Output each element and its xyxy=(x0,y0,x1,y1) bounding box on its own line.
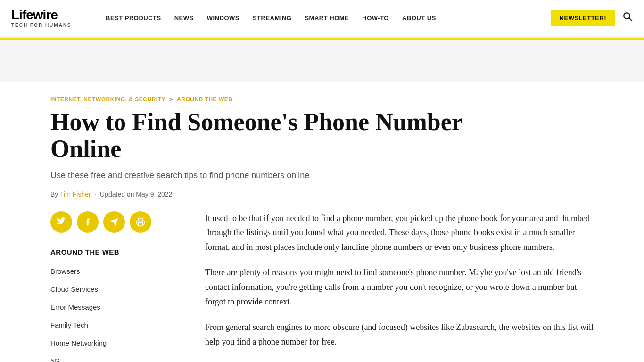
article-title: How to Find Someone's Phone Number Onlin… xyxy=(50,108,498,162)
site-tagline: TECH FOR HUMANS xyxy=(11,23,87,28)
author-link[interactable]: Tim Fisher xyxy=(60,190,91,198)
article-paragraph-3: From general search engines to more obsc… xyxy=(205,320,594,349)
print-button[interactable] xyxy=(130,211,151,233)
list-item: Cloud Services xyxy=(50,280,182,298)
site-header: Lifewire TECH FOR HUMANS BEST PRODUCTS N… xyxy=(0,0,644,38)
updated-date: Updated on May 9, 2022 xyxy=(100,190,172,198)
nav-best-products[interactable]: BEST PRODUCTS xyxy=(106,15,161,22)
breadcrumb-current[interactable]: AROUND THE WEB xyxy=(177,96,232,103)
list-item: Error Messages xyxy=(50,298,182,316)
social-share-bar xyxy=(50,211,182,233)
sidebar-section: AROUND THE WEB Browsers Cloud Services E… xyxy=(50,248,182,362)
article-meta: By Tim Fisher · Updated on May 9, 2022 xyxy=(50,190,594,198)
nav-news[interactable]: NEWS xyxy=(174,15,194,22)
newsletter-button[interactable]: NEWSLETTER! xyxy=(551,10,615,26)
sidebar-links-list: Browsers Cloud Services Error Messages F… xyxy=(50,263,182,362)
breadcrumb-parent[interactable]: INTERNET, NETWORKING, & SECURITY xyxy=(50,96,165,103)
sidebar-link-home-networking[interactable]: Home Networking xyxy=(50,334,182,352)
site-logo[interactable]: Lifewire xyxy=(11,8,87,22)
telegram-share-button[interactable] xyxy=(103,211,125,233)
ad-banner xyxy=(0,40,644,82)
left-column: AROUND THE WEB Browsers Cloud Services E… xyxy=(50,211,182,362)
search-icon[interactable] xyxy=(622,11,633,25)
sidebar-title: AROUND THE WEB xyxy=(50,248,182,256)
sidebar-link-error-messages[interactable]: Error Messages xyxy=(50,298,182,316)
list-item: 5G xyxy=(50,352,182,362)
logo-area[interactable]: Lifewire TECH FOR HUMANS xyxy=(11,8,87,28)
list-item: Home Networking xyxy=(50,334,182,352)
svg-rect-2 xyxy=(138,222,143,226)
sidebar-link-browsers[interactable]: Browsers xyxy=(50,263,182,280)
twitter-share-button[interactable] xyxy=(50,211,72,233)
main-nav: BEST PRODUCTS NEWS WINDOWS STREAMING SMA… xyxy=(106,15,545,22)
article-layout: AROUND THE WEB Browsers Cloud Services E… xyxy=(50,211,594,362)
nav-how-to[interactable]: HOW-TO xyxy=(362,15,389,22)
sidebar-link-family-tech[interactable]: Family Tech xyxy=(50,316,182,334)
list-item: Browsers xyxy=(50,263,182,280)
facebook-share-button[interactable] xyxy=(77,211,99,233)
article-subtitle: Use these free and creative search tips … xyxy=(50,170,404,181)
svg-line-1 xyxy=(629,18,632,21)
article-paragraph-1: It used to be that if you needed to find… xyxy=(205,211,594,255)
sidebar-link-cloud-services[interactable]: Cloud Services xyxy=(50,280,182,298)
breadcrumb-separator: > xyxy=(169,96,173,103)
breadcrumb: INTERNET, NETWORKING, & SECURITY > AROUN… xyxy=(50,82,594,108)
nav-smart-home[interactable]: SMART HOME xyxy=(305,15,349,22)
article-body: It used to be that if you needed to find… xyxy=(205,211,594,361)
main-container: INTERNET, NETWORKING, & SECURITY > AROUN… xyxy=(39,82,605,362)
article-paragraph-2: There are plenty of reasons you might ne… xyxy=(205,265,594,309)
nav-about-us[interactable]: ABOUT US xyxy=(402,15,436,22)
list-item: Family Tech xyxy=(50,316,182,334)
author-label: By xyxy=(50,190,58,198)
nav-streaming[interactable]: STREAMING xyxy=(253,15,292,22)
sidebar-link-5g[interactable]: 5G xyxy=(50,352,182,362)
nav-windows[interactable]: WINDOWS xyxy=(207,15,239,22)
